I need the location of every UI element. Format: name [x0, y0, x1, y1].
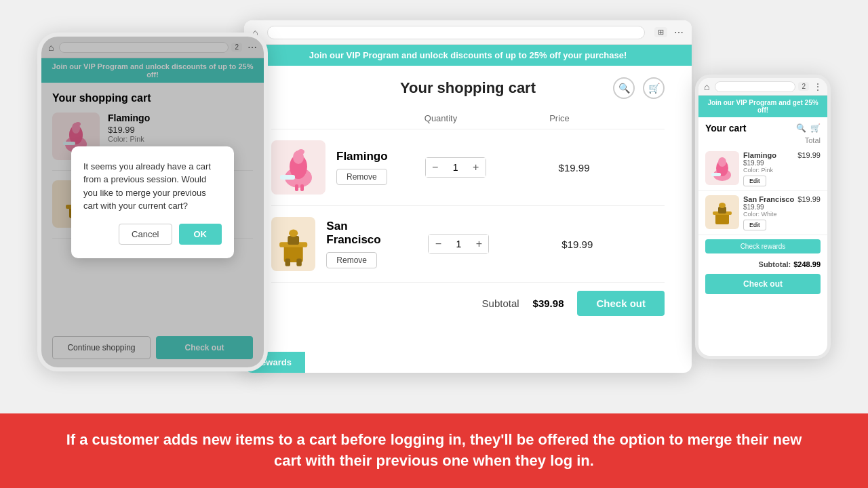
svg-rect-18 — [300, 184, 304, 191]
desktop-cart-icons: 🔍 🛒 — [613, 77, 665, 99]
mobile-right-search-icon[interactable]: 🔍 — [796, 123, 806, 133]
desktop-remove-btn-2[interactable]: Remove — [326, 252, 377, 268]
cart-icon[interactable]: 🛒 — [643, 77, 665, 99]
qty-control-2: − 1 + — [428, 234, 489, 254]
desktop-browser-bar: ⌂ ⊞ ⋯ — [244, 20, 692, 45]
desktop-remove-btn-1[interactable]: Remove — [336, 169, 387, 185]
svg-rect-22 — [288, 235, 299, 244]
desktop-more-icon: ⋯ — [674, 27, 684, 38]
desktop-item1-price: $19.99 — [524, 162, 625, 174]
svg-point-16 — [298, 149, 304, 155]
main-area: ⌂ 2 ⋯ Join our VIP Program and unlock di… — [0, 0, 868, 413]
qty-decrease-1[interactable]: − — [426, 158, 445, 177]
desktop-sf-svg — [271, 219, 315, 270]
desktop-item2-info: San Francisco Remove — [271, 217, 391, 271]
mobile-right-subtotal-label: Subtotal: — [759, 260, 791, 268]
mobile-right-rewards-btn[interactable]: Check rewards — [705, 239, 821, 253]
mobile-right-flamingo-img — [705, 151, 739, 185]
mobile-right-cart-header: Your cart 🔍 🛒 — [698, 117, 827, 136]
desktop-item1-info: Flamingo Remove — [271, 140, 388, 195]
bottom-banner: If a customer adds new items to a cart b… — [0, 413, 868, 488]
right-flamingo-svg — [707, 153, 737, 183]
mobile-right-icons: 🔍 🛒 — [796, 123, 821, 133]
desktop-browser-mockup: ⌂ ⊞ ⋯ Join our VIP Program and unlock di… — [244, 20, 692, 373]
desktop-item1-name: Flamingo — [336, 150, 388, 163]
mobile-right-cart-title: Your cart — [705, 123, 746, 134]
merge-cart-dialog: It seems you already have a cart from a … — [71, 146, 234, 258]
svg-point-33 — [719, 203, 726, 208]
dialog-cancel-button[interactable]: Cancel — [119, 224, 172, 245]
desktop-sf-img — [271, 217, 315, 271]
mobile-right-cart-icon[interactable]: 🛒 — [810, 123, 821, 133]
right-sf-svg — [707, 197, 737, 227]
search-icon[interactable]: 🔍 — [613, 77, 635, 99]
col-quantity: Quantity — [373, 113, 509, 123]
bottom-banner-text: If a customer adds new items to a cart b… — [54, 430, 814, 472]
desktop-checkout-btn[interactable]: Check out — [577, 291, 665, 316]
svg-rect-30 — [715, 214, 729, 224]
qty-decrease-2[interactable]: − — [429, 235, 448, 253]
svg-point-25 — [289, 229, 298, 237]
qty-control-1: − 1 + — [425, 157, 486, 178]
desktop-item2-qty: − 1 + — [391, 234, 526, 254]
col-item — [271, 113, 373, 123]
desktop-item-2: San Francisco Remove − 1 + $19.99 — [271, 206, 665, 283]
svg-point-28 — [718, 157, 726, 167]
desktop-url-bar — [267, 26, 645, 39]
mobile-right-item-1: Flamingo $19.99 $19.99 Color: Pink Edit — [698, 147, 827, 191]
dialog-overlay: It seems you already have a cart from a … — [41, 37, 264, 367]
desktop-item1-qty: − 1 + — [388, 157, 524, 178]
col-price: Price — [509, 113, 610, 123]
svg-rect-29 — [711, 173, 721, 176]
mobile-left-mockup: ⌂ 2 ⋯ Join our VIP Program and unlock di… — [37, 33, 268, 371]
mobile-right-item-2: San Francisco $19.99 $19.99 Color: White… — [698, 191, 827, 235]
mobile-right-mockup: ⌂ 2 ⋮ Join our VIP Program and get 25% o… — [695, 75, 831, 359]
qty-value-1: 1 — [445, 162, 467, 173]
mobile-right-subtotal-value: $248.99 — [793, 260, 821, 268]
col-action — [610, 113, 665, 123]
svg-rect-19 — [280, 175, 295, 180]
mobile-right-item1-info: Flamingo $19.99 $19.99 Color: Pink Edit — [743, 151, 821, 186]
desktop-cart-header: Your shopping cart 🔍 🛒 — [271, 79, 665, 97]
desktop-flamingo-svg — [275, 142, 322, 193]
svg-rect-17 — [295, 184, 298, 191]
mobile-right-subtotal: Subtotal: $248.99 — [698, 258, 827, 271]
desktop-item2-details: San Francisco Remove — [326, 220, 391, 268]
svg-rect-24 — [296, 258, 301, 266]
dialog-ok-button[interactable]: OK — [179, 224, 222, 245]
desktop-flamingo-img — [271, 140, 326, 195]
mobile-right-checkout-btn[interactable]: Check out — [705, 274, 821, 294]
desktop-badge: ⊞ — [654, 27, 667, 37]
subtotal-value: $39.98 — [533, 298, 564, 309]
subtotal-label: Subtotal — [482, 298, 519, 309]
mobile-right-item2-info: San Francisco $19.99 $19.99 Color: White… — [743, 195, 821, 230]
qty-increase-1[interactable]: + — [467, 158, 486, 177]
desktop-cart-footer: Subtotal $39.98 Check out — [271, 291, 665, 316]
mobile-right-browser-bar: ⌂ 2 ⋮ — [698, 78, 827, 96]
desktop-vip-banner: Join our VIP Program and unlock discount… — [244, 45, 692, 66]
dialog-message: It seems you already have a cart from a … — [83, 160, 222, 213]
mobile-right-url-bar — [715, 81, 795, 92]
qty-value-2: 1 — [448, 239, 469, 249]
dialog-buttons: Cancel OK — [83, 224, 222, 245]
mobile-right-edit-btn-2[interactable]: Edit — [743, 220, 766, 230]
desktop-item2-price: $19.99 — [526, 239, 628, 250]
desktop-table-header: Quantity Price — [271, 108, 665, 129]
desktop-item-1: Flamingo Remove − 1 + $19.99 — [271, 129, 665, 206]
mobile-right-sf-img — [705, 195, 739, 229]
desktop-item2-name: San Francisco — [326, 220, 391, 247]
desktop-cart-page: Your shopping cart 🔍 🛒 Quantity Price — [244, 66, 692, 329]
mobile-right-vip-banner: Join our VIP Program and get 25% off! — [698, 96, 827, 117]
svg-rect-23 — [285, 258, 290, 266]
qty-increase-2[interactable]: + — [469, 235, 488, 253]
mobile-right-total-label: Total — [698, 136, 827, 144]
mobile-right-badge: 2 — [798, 82, 809, 91]
mobile-right-edit-btn-1[interactable]: Edit — [743, 176, 766, 186]
mobile-right-more-icon: ⋮ — [814, 82, 822, 92]
desktop-item1-details: Flamingo Remove — [336, 150, 388, 185]
desktop-cart-title: Your shopping cart — [400, 79, 536, 97]
mobile-right-home-icon: ⌂ — [704, 81, 709, 92]
